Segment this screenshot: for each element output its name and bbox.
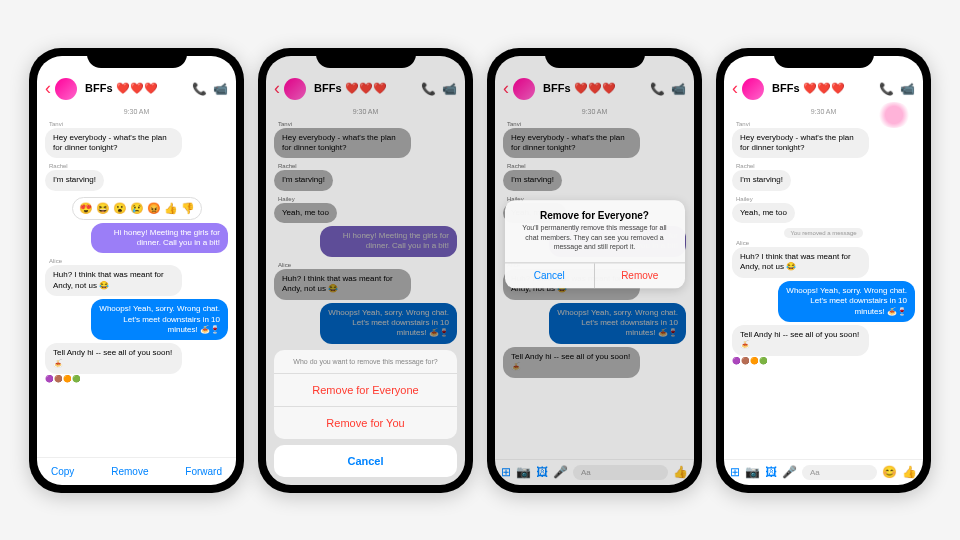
alert-title: Remove for Everyone? xyxy=(505,201,685,224)
reaction-wow[interactable]: 😮 xyxy=(113,202,127,215)
like-icon[interactable]: 👍 xyxy=(902,465,917,479)
composer: ⊞ 📷 🖼 🎤 Aa 😊 👍 xyxy=(724,459,923,485)
message-bubble[interactable]: Tell Andy hi -- see all of you soon! 🍝 xyxy=(45,343,182,374)
notch xyxy=(316,48,416,68)
back-icon[interactable]: ‹ xyxy=(732,78,738,99)
sender-label: Rachel xyxy=(49,163,228,169)
reaction-thumbs-up[interactable]: 👍 xyxy=(164,202,178,215)
chat-title[interactable]: BFFs ❤️❤️❤️ xyxy=(85,82,188,95)
mic-icon[interactable]: 🎤 xyxy=(782,465,797,479)
screen-3: ‹ BFFs ❤️❤️❤️ 📞📹 9:30 AM Tanvi Hey every… xyxy=(495,56,694,485)
message-bubble[interactable]: I'm starving! xyxy=(732,170,791,190)
chat-avatar[interactable] xyxy=(55,78,77,100)
reaction-angry[interactable]: 😡 xyxy=(147,202,161,215)
notch xyxy=(545,48,645,68)
phone-3: ‹ BFFs ❤️❤️❤️ 📞📹 9:30 AM Tanvi Hey every… xyxy=(487,48,702,493)
notch xyxy=(774,48,874,68)
notch xyxy=(87,48,187,68)
alert-buttons: Cancel Remove xyxy=(505,262,685,288)
header-icons: 📞 📹 xyxy=(192,82,228,96)
remove-button[interactable]: Remove xyxy=(111,466,148,477)
timestamp: 9:30 AM xyxy=(37,106,236,117)
reaction-sad[interactable]: 😢 xyxy=(130,202,144,215)
reaction-thumbs-down[interactable]: 👎 xyxy=(181,202,195,215)
messages-list: Tanvi Hey everybody - what's the plan fo… xyxy=(37,117,236,457)
video-icon[interactable]: 📹 xyxy=(213,82,228,96)
reaction-laugh[interactable]: 😆 xyxy=(96,202,110,215)
call-icon[interactable]: 📞 xyxy=(192,82,207,96)
phone-1: ‹ BFFs ❤️❤️❤️ 📞 📹 9:30 AM Tanvi Hey ever… xyxy=(29,48,244,493)
copy-button[interactable]: Copy xyxy=(51,466,74,477)
alert-cancel-button[interactable]: Cancel xyxy=(505,263,596,288)
message-actions: Copy Remove Forward xyxy=(37,457,236,485)
message-bubble-own[interactable]: Whoops! Yeah, sorry. Wrong chat. Let's m… xyxy=(778,281,915,322)
removed-notice: You removed a message xyxy=(732,230,915,236)
message-bubble[interactable]: Yeah, me too xyxy=(732,203,795,223)
message-bubble[interactable]: Huh? I think that was meant for Andy, no… xyxy=(45,265,182,296)
video-icon[interactable]: 📹 xyxy=(900,82,915,96)
emoji-icon[interactable]: 😊 xyxy=(882,465,897,479)
chat-avatar[interactable] xyxy=(742,78,764,100)
back-icon[interactable]: ‹ xyxy=(45,78,51,99)
action-sheet: Who do you want to remove this message f… xyxy=(274,350,457,477)
phone-4: ‹ BFFs ❤️❤️❤️ 📞 📹 9:30 AM Tanvi Hey ever… xyxy=(716,48,931,493)
screen-4: ‹ BFFs ❤️❤️❤️ 📞 📹 9:30 AM Tanvi Hey ever… xyxy=(724,56,923,485)
sender-label: Alice xyxy=(49,258,228,264)
message-input[interactable]: Aa xyxy=(802,465,877,480)
reaction-heart-eyes[interactable]: 😍 xyxy=(79,202,93,215)
message-bubble[interactable]: Tell Andy hi -- see all of you soon! 🍝 xyxy=(732,325,869,356)
message-bubble-own[interactable]: Hi honey! Meeting the girls for dinner. … xyxy=(91,223,228,254)
sender-label: Alice xyxy=(736,240,915,246)
reaction-picker[interactable]: 😍 😆 😮 😢 😡 👍 👎 xyxy=(72,197,202,220)
camera-icon[interactable]: 📷 xyxy=(745,465,760,479)
forward-button[interactable]: Forward xyxy=(185,466,222,477)
sheet-cancel-button[interactable]: Cancel xyxy=(274,445,457,477)
chat-title[interactable]: BFFs ❤️❤️❤️ xyxy=(772,82,875,95)
alert-body: You'll permanently remove this message f… xyxy=(505,224,685,262)
remove-everyone-button[interactable]: Remove for Everyone xyxy=(274,374,457,407)
sender-label: Tanvi xyxy=(49,121,228,127)
apps-icon[interactable]: ⊞ xyxy=(730,465,740,479)
active-call-indicator xyxy=(877,102,911,128)
sheet-group: Who do you want to remove this message f… xyxy=(274,350,457,439)
gallery-icon[interactable]: 🖼 xyxy=(765,465,777,479)
phone-2: ‹ BFFs ❤️❤️❤️ 📞📹 9:30 AM Tanvi Hey every… xyxy=(258,48,473,493)
alert-remove-button[interactable]: Remove xyxy=(595,263,685,288)
message-bubble[interactable]: I'm starving! xyxy=(45,170,104,190)
screen-2: ‹ BFFs ❤️❤️❤️ 📞📹 9:30 AM Tanvi Hey every… xyxy=(266,56,465,485)
sender-label: Rachel xyxy=(736,163,915,169)
message-bubble-own[interactable]: Whoops! Yeah, sorry. Wrong chat. Let's m… xyxy=(91,299,228,340)
remove-you-button[interactable]: Remove for You xyxy=(274,407,457,439)
screen-1: ‹ BFFs ❤️❤️❤️ 📞 📹 9:30 AM Tanvi Hey ever… xyxy=(37,56,236,485)
message-bubble[interactable]: Hey everybody - what's the plan for dinn… xyxy=(45,128,182,159)
call-icon[interactable]: 📞 xyxy=(879,82,894,96)
confirm-alert: Remove for Everyone? You'll permanently … xyxy=(505,201,685,288)
sender-label: Hailey xyxy=(736,196,915,202)
message-bubble[interactable]: Hey everybody - what's the plan for dinn… xyxy=(732,128,869,159)
message-bubble[interactable]: Huh? I think that was meant for Andy, no… xyxy=(732,247,869,278)
sheet-prompt: Who do you want to remove this message f… xyxy=(274,350,457,374)
messages-list: Tanvi Hey everybody - what's the plan fo… xyxy=(724,117,923,459)
